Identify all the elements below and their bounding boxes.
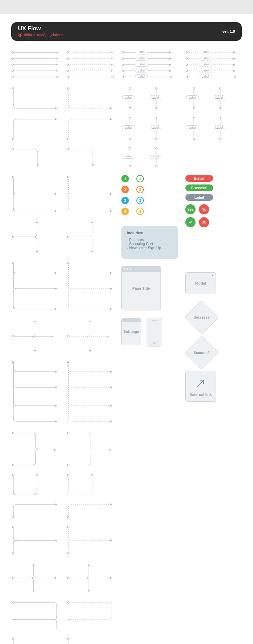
connector-label: Label [122,95,135,100]
error-pill: Error! [185,175,213,182]
dribbble-icon [18,33,22,37]
connector-label: Label [149,125,162,130]
connector-right-down-solid [11,147,59,167]
connectors-vertical-labeled-alt: Label Label [185,87,242,111]
connector-label: Label [199,68,212,73]
step-number-filled: 3 [121,197,129,204]
step-markers: 1 1 2 2 3 3 4 4 [121,175,178,219]
connector-label: Label [135,74,148,79]
modal-block: Modal [185,272,216,294]
step-number-outline: 2 [136,186,144,193]
connector-label: Label [213,125,225,130]
connector-label: Label [149,154,162,159]
browser-chrome-icon [122,318,141,322]
kit-title: UX Flow [18,26,63,31]
kit-attribution: dribbble.com/gregdlubacz [18,33,63,37]
kit-header: UX Flow dribbble.com/gregdlubacz ver. 1.… [11,22,242,41]
success-pill: Success! [185,184,213,191]
arrow-upright-icon [195,377,206,389]
annotation-heading: Includes: [127,231,172,235]
yes-button[interactable]: Yes [185,204,196,214]
modal-block-title: Modal [195,281,206,285]
connector-label: Label [149,95,162,100]
decision-block-dashed: Success? [184,335,219,370]
step-number-outline: 3 [136,197,144,204]
annotation-item: Newsletter Sign Up [127,246,172,250]
connector-label: Label [199,50,212,54]
connector-elbow-up-solid [11,117,59,141]
connector-label: Label [135,62,148,67]
connector-elbow-dashed [66,87,114,111]
subpage-block: Subpage [121,318,141,345]
mobile-block [147,318,162,347]
connector-label: Label [186,95,199,100]
connectors-vertical-b2: Label Label [185,117,242,141]
kit-sheet: UX Flow dribbble.com/gregdlubacz ver. 1.… [0,14,253,644]
status-pills: Error! Success! Label Yes No [185,175,213,227]
browser-chrome-icon [122,267,161,272]
connectors-dashed-straight [66,50,114,81]
connector-label: Label [122,125,135,130]
page-block-title: Page Title [132,286,150,290]
fork-solid-column [11,175,59,644]
step-number-outline: 1 [136,175,144,182]
connectors-vertical-short: Label Label [121,147,178,167]
check-icon [185,217,196,227]
connectors-vertical-labeled-solid: Label Label [121,87,178,111]
connectors-solid-straight [11,50,59,81]
annotation-callout: Includes: Features Shopping Cart Newslet… [121,226,178,259]
connectors-vertical-b: Label Label [121,117,178,141]
connectors-dashed-labeled: Label Label Label Label Label [185,50,242,81]
step-number-filled: 2 [121,186,129,193]
generic-pill: Label [185,194,213,201]
step-number-outline: 4 [136,208,144,215]
connector-label: Label [135,50,148,54]
connector-label: Label [199,62,212,67]
connector-elbow-up-dashed [66,117,114,141]
connector-label: Label [213,95,225,100]
fork-dashed-column [66,175,114,644]
connector-label: Label [199,74,212,79]
connector-elbow-solid [11,87,59,111]
external-link-block: External link [185,371,216,402]
step-number-filled: 1 [121,175,129,182]
connector-label: Label [199,56,212,61]
kit-version: ver. 1.0 [222,29,235,33]
connector-label: Label [122,154,135,159]
connectors-solid-labeled: Label Label Label Label Label [121,50,178,81]
connector-label: Label [135,68,148,73]
subpage-block-title: Subpage [123,329,139,334]
step-number-filled: 4 [121,208,129,215]
decision-block-label: Success? [194,315,210,319]
page-block: Page Title [121,266,161,310]
annotation-item: Features [127,238,172,242]
no-button[interactable]: No [199,204,209,214]
decision-block-label: Success? [194,351,210,354]
connector-label: Label [135,56,148,61]
connector-right-down-dashed [66,147,114,167]
external-link-label: External link [189,392,212,397]
decision-block: Success? [184,300,219,335]
connector-label: Label [186,125,199,130]
cross-icon [199,217,209,227]
annotation-item: Shopping Cart [127,242,172,246]
